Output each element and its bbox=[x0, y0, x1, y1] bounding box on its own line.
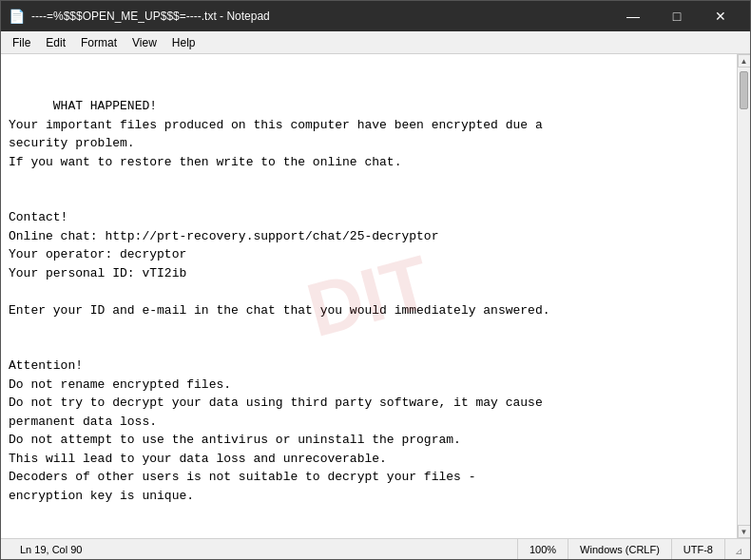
line-ending: Windows (CRLF) bbox=[580, 544, 660, 555]
scroll-up-arrow[interactable]: ▲ bbox=[738, 54, 751, 68]
status-encoding: UTF-8 bbox=[672, 539, 725, 559]
title-bar: 📄 ----=%$$$OPEN_ME_UP$$$=----.txt - Note… bbox=[1, 1, 750, 31]
watermark: DIT bbox=[295, 225, 443, 367]
notepad-window: 📄 ----=%$$$OPEN_ME_UP$$$=----.txt - Note… bbox=[0, 0, 751, 560]
maximize-button[interactable]: □ bbox=[655, 1, 699, 31]
menu-file[interactable]: File bbox=[5, 34, 38, 51]
status-zoom: 100% bbox=[518, 539, 568, 559]
editor-area: DIT WHAT HAPPENED! Your important files … bbox=[1, 54, 750, 538]
resize-icon: ⊿ bbox=[729, 543, 742, 556]
title-bar-buttons: — □ ✕ bbox=[611, 1, 742, 31]
status-line-ending: Windows (CRLF) bbox=[568, 539, 672, 559]
scroll-track[interactable] bbox=[738, 68, 750, 525]
status-position: Ln 19, Col 90 bbox=[9, 539, 518, 559]
zoom-level: 100% bbox=[530, 544, 556, 555]
text-editor[interactable]: DIT WHAT HAPPENED! Your important files … bbox=[1, 54, 737, 538]
menu-format[interactable]: Format bbox=[73, 34, 125, 51]
scrollbar-vertical[interactable]: ▲ ▼ bbox=[737, 54, 750, 538]
menu-bar: File Edit Format View Help bbox=[1, 31, 750, 54]
minimize-button[interactable]: — bbox=[611, 1, 655, 31]
menu-edit[interactable]: Edit bbox=[38, 34, 73, 51]
close-button[interactable]: ✕ bbox=[699, 1, 742, 31]
menu-help[interactable]: Help bbox=[164, 34, 203, 51]
menu-view[interactable]: View bbox=[125, 34, 164, 51]
encoding: UTF-8 bbox=[684, 544, 713, 555]
app-icon: 📄 bbox=[9, 9, 24, 24]
status-bar: Ln 19, Col 90 100% Windows (CRLF) UTF-8 … bbox=[1, 538, 750, 559]
title-bar-text: ----=%$$$OPEN_ME_UP$$$=----.txt - Notepa… bbox=[31, 10, 611, 23]
scroll-thumb[interactable] bbox=[740, 71, 748, 109]
editor-text: WHAT HAPPENED! Your important files prod… bbox=[9, 99, 550, 503]
cursor-position: Ln 19, Col 90 bbox=[20, 544, 82, 555]
scroll-down-arrow[interactable]: ▼ bbox=[738, 525, 751, 538]
